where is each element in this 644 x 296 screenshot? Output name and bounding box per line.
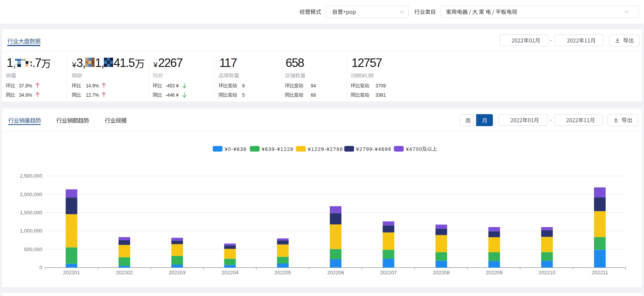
svg-text:2,500,000: 2,500,000	[20, 173, 42, 179]
svg-text:202204: 202204	[222, 270, 238, 275]
svg-text:202203: 202203	[169, 270, 186, 275]
svg-text:¥1229-¥2798: ¥1229-¥2798	[308, 146, 343, 152]
svg-text:0: 0	[40, 265, 42, 270]
svg-text:202210: 202210	[539, 270, 555, 275]
svg-text:202206: 202206	[327, 270, 344, 275]
svg-text:202211: 202211	[592, 270, 608, 275]
svg-text:202208: 202208	[433, 270, 449, 275]
svg-text:202209: 202209	[486, 270, 503, 275]
svg-text:202201: 202201	[63, 270, 80, 275]
svg-text:500,000: 500,000	[24, 246, 42, 252]
svg-text:202202: 202202	[116, 270, 133, 275]
svg-text:1,000,000: 1,000,000	[20, 228, 42, 234]
svg-text:¥0-¥638: ¥0-¥638	[224, 146, 247, 152]
svg-text:1,500,000: 1,500,000	[20, 210, 42, 216]
svg-text:202207: 202207	[380, 270, 397, 275]
svg-text:¥4700: ¥4700	[405, 146, 422, 152]
svg-text:2,000,000: 2,000,000	[20, 192, 42, 197]
svg-text:¥639-¥1228: ¥639-¥1228	[261, 146, 293, 152]
svg-text:¥2799-¥4699: ¥2799-¥4699	[356, 146, 391, 152]
svg-text:202205: 202205	[274, 270, 291, 275]
